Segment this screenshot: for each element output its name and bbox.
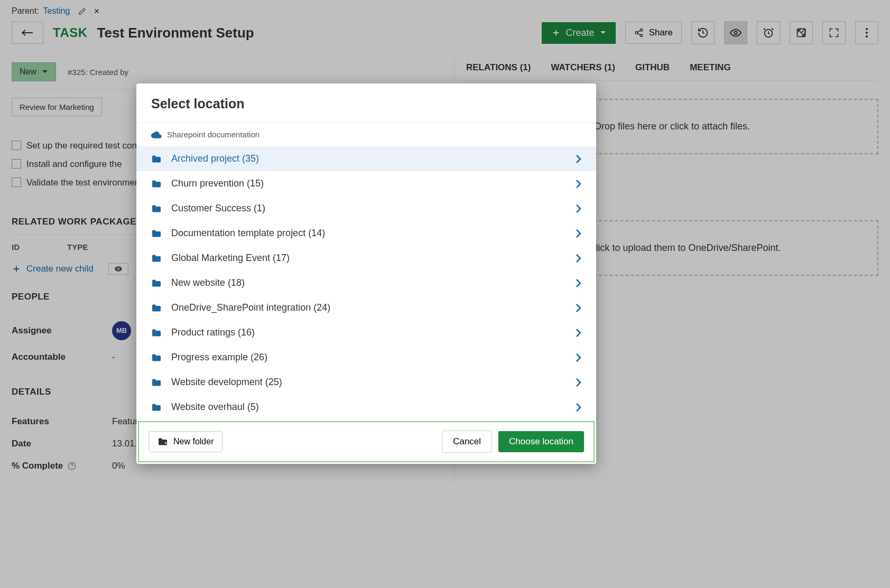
folder-add-icon <box>157 437 168 446</box>
chevron-right-icon[interactable] <box>575 403 581 412</box>
folder-name: Documentation template project (14) <box>171 228 575 239</box>
folder-name: Archived project (35) <box>171 153 575 164</box>
folder-icon <box>151 180 162 188</box>
breadcrumb-text: Sharepoint documentation <box>167 130 259 139</box>
folder-name: Website overhaul (5) <box>171 402 575 413</box>
folder-row[interactable]: Churn prevention (15) <box>136 171 596 196</box>
folder-name: Global Marketing Event (17) <box>171 253 575 264</box>
chevron-right-icon[interactable] <box>575 278 581 288</box>
folder-icon <box>151 353 162 362</box>
folder-row[interactable]: Website overhaul (5) <box>136 395 596 419</box>
folder-row[interactable]: Website development (25) <box>136 370 596 395</box>
modal-title: Select location <box>151 96 581 111</box>
folder-name: Website development (25) <box>171 377 575 388</box>
folder-row[interactable]: New website (18) <box>136 270 596 295</box>
folder-icon <box>151 403 162 412</box>
new-folder-button[interactable]: New folder <box>149 431 222 452</box>
folder-icon <box>151 329 162 337</box>
folder-row[interactable]: Progress example (26) <box>136 345 596 370</box>
cancel-button[interactable]: Cancel <box>442 431 492 453</box>
folder-icon <box>151 204 162 213</box>
folder-name: Progress example (26) <box>171 352 575 363</box>
folder-name: Customer Success (1) <box>171 203 575 214</box>
folder-row[interactable]: Product ratings (16) <box>136 320 596 345</box>
chevron-right-icon[interactable] <box>575 179 581 189</box>
chevron-right-icon[interactable] <box>575 328 581 338</box>
folder-row[interactable]: Archived project (35) <box>136 146 596 171</box>
chevron-right-icon[interactable] <box>575 229 581 238</box>
breadcrumb[interactable]: Sharepoint documentation <box>136 123 596 146</box>
chevron-right-icon[interactable] <box>575 254 581 263</box>
chevron-right-icon[interactable] <box>575 378 581 387</box>
folder-icon <box>151 254 162 263</box>
folder-name: OneDrive_SharePoint integration (24) <box>171 302 575 313</box>
folder-icon <box>151 155 162 163</box>
folder-name: Product ratings (16) <box>171 327 575 338</box>
folder-row[interactable]: Global Marketing Event (17) <box>136 246 596 270</box>
chevron-right-icon[interactable] <box>575 154 581 164</box>
chevron-right-icon[interactable] <box>575 353 581 362</box>
folder-name: New website (18) <box>171 277 575 288</box>
cloud-icon <box>151 131 162 138</box>
chevron-right-icon[interactable] <box>575 303 581 313</box>
choose-location-button[interactable]: Choose location <box>498 431 584 452</box>
folder-row[interactable]: Customer Success (1) <box>136 196 596 221</box>
folder-icon <box>151 304 162 312</box>
select-location-modal: Select location Sharepoint documentation… <box>136 83 596 464</box>
folder-list: Archived project (35)Churn prevention (1… <box>136 146 596 419</box>
folder-name: Churn prevention (15) <box>171 178 575 189</box>
folder-row[interactable]: OneDrive_SharePoint integration (24) <box>136 295 596 320</box>
chevron-right-icon[interactable] <box>575 204 581 213</box>
folder-icon <box>151 279 162 287</box>
folder-icon <box>151 378 162 387</box>
folder-icon <box>151 229 162 238</box>
new-folder-label: New folder <box>173 437 214 446</box>
folder-row[interactable]: Documentation template project (14) <box>136 221 596 246</box>
